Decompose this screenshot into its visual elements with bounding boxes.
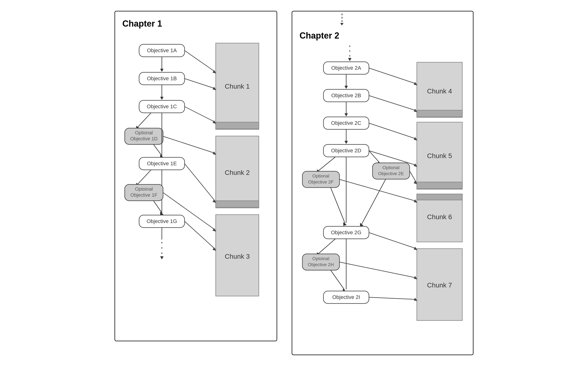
svg-line-134 bbox=[369, 297, 416, 299]
svg-line-116 bbox=[340, 179, 416, 201]
svg-text:Objective 1E: Objective 1E bbox=[147, 160, 177, 167]
svg-line-120 bbox=[319, 239, 335, 253]
svg-text:Objective 1A: Objective 1A bbox=[147, 47, 177, 53]
svg-text:Optoinal: Optoinal bbox=[135, 186, 153, 192]
chapter1-diagram: Chunk 1 Chunk 2 Chunk 3 Objective 1A Obj… bbox=[122, 34, 266, 321]
svg-line-26 bbox=[185, 107, 215, 122]
svg-text:Objective 1G: Objective 1G bbox=[147, 218, 177, 224]
diagram-container: Chapter 1 Chunk 1 Chunk 2 Chunk 3 Object… bbox=[114, 11, 474, 355]
svg-text:Chunk 2: Chunk 2 bbox=[225, 169, 250, 176]
svg-line-52 bbox=[185, 221, 215, 249]
chapter1-box: Chapter 1 Chunk 1 Chunk 2 Chunk 3 Object… bbox=[114, 11, 277, 341]
svg-text:Objective 1F: Objective 1F bbox=[130, 192, 157, 198]
svg-line-20 bbox=[185, 79, 215, 89]
svg-line-107 bbox=[362, 179, 386, 224]
svg-line-38 bbox=[138, 170, 151, 184]
svg-text:Chunk 4: Chunk 4 bbox=[427, 87, 452, 95]
svg-line-93 bbox=[369, 123, 416, 139]
svg-rect-1 bbox=[216, 122, 259, 129]
svg-line-14 bbox=[185, 51, 215, 72]
svg-line-31 bbox=[153, 145, 162, 156]
svg-marker-62 bbox=[348, 58, 351, 61]
svg-marker-86 bbox=[344, 113, 348, 116]
svg-line-130 bbox=[340, 262, 416, 278]
svg-text:Chunk 6: Chunk 6 bbox=[427, 213, 452, 221]
svg-text:Objective 2H: Objective 2H bbox=[308, 262, 334, 267]
svg-line-123 bbox=[369, 233, 416, 249]
svg-text:Objective 2A: Objective 2A bbox=[331, 65, 361, 71]
svg-text:Objective 2G: Objective 2G bbox=[331, 229, 361, 236]
chapter2-title: Chapter 2 bbox=[299, 31, 466, 41]
svg-text:Optoinal: Optoinal bbox=[313, 256, 329, 261]
svg-line-128 bbox=[331, 270, 344, 290]
svg-text:Objective 2B: Objective 2B bbox=[331, 92, 361, 99]
svg-line-81 bbox=[369, 68, 416, 84]
svg-marker-80 bbox=[344, 86, 348, 89]
svg-rect-73 bbox=[417, 194, 462, 200]
svg-line-46 bbox=[153, 201, 162, 213]
svg-marker-13 bbox=[160, 69, 164, 72]
chapter2-box: Chapter 2 Chunk 4 bbox=[292, 11, 474, 355]
svg-line-99 bbox=[319, 157, 335, 171]
svg-line-40 bbox=[185, 164, 215, 201]
svg-line-33 bbox=[163, 136, 215, 153]
svg-text:Optional: Optional bbox=[313, 173, 329, 178]
svg-text:Objective 2F: Objective 2F bbox=[308, 179, 334, 184]
svg-text:Objective 2I: Objective 2I bbox=[332, 294, 360, 300]
svg-line-24 bbox=[138, 113, 151, 127]
svg-text:Chunk 5: Chunk 5 bbox=[427, 152, 452, 160]
svg-text:Objective 1B: Objective 1B bbox=[147, 76, 177, 81]
svg-marker-58 bbox=[160, 256, 164, 259]
incoming-arrow-top bbox=[340, 11, 343, 25]
svg-line-114 bbox=[331, 188, 345, 223]
svg-marker-19 bbox=[160, 97, 164, 100]
svg-text:Chunk 1: Chunk 1 bbox=[225, 83, 250, 90]
svg-text:Objective 2E: Objective 2E bbox=[378, 171, 404, 176]
svg-marker-92 bbox=[344, 141, 348, 144]
svg-line-87 bbox=[369, 96, 416, 111]
chapter2-diagram: Chunk 4 Chunk 5 Chunk 6 Chunk 7 Objectiv… bbox=[299, 46, 467, 347]
svg-text:Chunk 7: Chunk 7 bbox=[427, 282, 452, 289]
svg-text:Objective 1D: Objective 1D bbox=[130, 136, 158, 141]
svg-rect-65 bbox=[417, 110, 462, 117]
svg-text:Objective 2C: Objective 2C bbox=[331, 120, 361, 126]
chapter1-title: Chapter 1 bbox=[122, 19, 269, 29]
svg-text:Optional: Optional bbox=[383, 165, 400, 170]
svg-text:Objective 2D: Objective 2D bbox=[331, 148, 361, 153]
svg-line-109 bbox=[410, 171, 416, 183]
svg-rect-69 bbox=[417, 182, 462, 189]
svg-text:Optional: Optional bbox=[135, 130, 153, 135]
svg-rect-5 bbox=[216, 201, 259, 207]
svg-text:Objective 1C: Objective 1C bbox=[147, 103, 177, 109]
svg-text:Chunk 3: Chunk 3 bbox=[225, 253, 250, 260]
